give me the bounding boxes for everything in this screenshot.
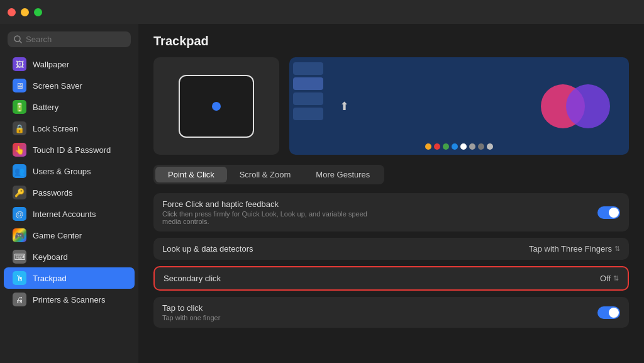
toggle-force-click[interactable] (597, 206, 620, 219)
sidebar-label-users-groups: Users & Groups (33, 167, 91, 176)
color-dot-2[interactable] (443, 143, 449, 150)
row-control-secondary-click[interactable]: Off ⇅ (600, 274, 619, 283)
dropdown-lookup[interactable]: Tap with Three Fingers ⇅ (529, 244, 620, 254)
settings-row-tap-to-click: Tap to clickTap with one finger (153, 297, 629, 328)
sidebar-items-container: 🖼 Wallpaper 🖥 Screen Saver 🔋 Battery 🔒 L… (0, 53, 138, 310)
tab-point-click[interactable]: Point & Click (155, 167, 227, 182)
sidebar-icon-screen-saver: 🖥 (13, 79, 26, 92)
sidebar-icon-lock-screen: 🔒 (13, 121, 26, 135)
settings-row-force-click: Force Click and haptic feedbackClick the… (153, 193, 629, 232)
gesture-circles (541, 84, 610, 128)
sidebar: 🖼 Wallpaper 🖥 Screen Saver 🔋 Battery 🔒 L… (0, 24, 138, 363)
sidebar-item-printers-scanners[interactable]: 🖨 Printers & Scanners (4, 289, 135, 310)
color-dot-4[interactable] (460, 143, 467, 150)
close-button[interactable] (8, 8, 16, 16)
dropdown-secondary-click[interactable]: Off ⇅ (600, 274, 619, 283)
svg-line-1 (19, 41, 21, 43)
settings-groups: Force Click and haptic feedbackClick the… (153, 193, 629, 328)
toggle-tap-to-click[interactable] (597, 306, 620, 319)
row-sublabel-tap-to-click: Tap with one finger (162, 314, 220, 321)
sidebar-label-lock-screen: Lock Screen (33, 124, 78, 133)
tab-more-gestures[interactable]: More Gestures (303, 167, 382, 182)
mini-bar-3 (293, 92, 323, 105)
top-visuals: ⬆ (153, 57, 629, 155)
sidebar-label-keyboard: Keyboard (33, 252, 68, 262)
settings-row-lookup: Look up & data detectors Tap with Three … (153, 238, 629, 260)
color-dot-1[interactable] (434, 143, 440, 150)
color-dot-7[interactable] (487, 143, 493, 150)
content-area: Trackpad ⬆ (138, 24, 644, 363)
sidebar-icon-battery: 🔋 (13, 100, 26, 114)
sidebar-item-game-center[interactable]: 🎮 Game Center (4, 225, 135, 246)
color-dot-3[interactable] (452, 143, 458, 150)
chevron-secondary-click: ⇅ (613, 274, 619, 282)
cursor-icon: ⬆ (340, 99, 349, 113)
sidebar-icon-users-groups: 👥 (13, 164, 26, 178)
sidebar-label-touch-id: Touch ID & Password (33, 145, 111, 155)
sidebar-item-screen-saver[interactable]: 🖥 Screen Saver (4, 75, 135, 96)
color-dots-row (425, 143, 493, 150)
sidebar-icon-internet-accounts: @ (13, 207, 26, 221)
row-label-lookup: Look up & data detectors (162, 244, 253, 254)
sidebar-icon-wallpaper: 🖼 (13, 57, 26, 71)
sidebar-item-touch-id[interactable]: 👆 Touch ID & Password (4, 139, 135, 160)
sidebar-label-screen-saver: Screen Saver (33, 81, 82, 91)
sidebar-label-printers-scanners: Printers & Scanners (33, 295, 106, 304)
settings-group-tap-to-click-group: Tap to clickTap with one finger (153, 297, 629, 328)
maximize-button[interactable] (34, 8, 42, 16)
mini-bar-2 (293, 77, 323, 90)
minimize-button[interactable] (21, 8, 29, 16)
color-dot-0[interactable] (425, 143, 431, 150)
color-dot-6[interactable] (478, 143, 484, 150)
mini-bar-4 (293, 108, 323, 120)
tabs-row: Point & ClickScroll & ZoomMore Gestures (153, 165, 384, 184)
row-control-lookup[interactable]: Tap with Three Fingers ⇅ (529, 244, 620, 254)
sidebar-item-keyboard[interactable]: ⌨ Keyboard (4, 246, 135, 267)
sidebar-label-internet-accounts: Internet Accounts (33, 209, 96, 219)
sidebar-label-wallpaper: Wallpaper (33, 60, 69, 69)
sidebar-item-users-groups[interactable]: 👥 Users & Groups (4, 160, 135, 182)
settings-group-lookup-group: Look up & data detectors Tap with Three … (153, 238, 629, 260)
sidebar-label-trackpad: Trackpad (33, 274, 67, 283)
search-icon (14, 35, 22, 43)
trackpad-preview (153, 57, 279, 155)
sidebar-item-wallpaper[interactable]: 🖼 Wallpaper (4, 53, 135, 75)
chevron-lookup: ⇅ (614, 245, 620, 253)
row-control-force-click[interactable] (597, 206, 620, 219)
sidebar-item-lock-screen[interactable]: 🔒 Lock Screen (4, 118, 135, 139)
sidebar-icon-touch-id: 👆 (13, 143, 26, 157)
sidebar-label-passwords: Passwords (33, 188, 73, 198)
sidebar-item-internet-accounts[interactable]: @ Internet Accounts (4, 203, 135, 225)
color-dot-5[interactable] (469, 143, 475, 150)
settings-group-secondary-click-group: Secondary click Off ⇅ (153, 266, 629, 291)
sidebar-icon-trackpad: 🖱 (13, 271, 26, 285)
search-input[interactable] (26, 35, 125, 44)
trackpad-dot (212, 102, 221, 111)
gesture-sidebar-mini (289, 57, 327, 155)
gesture-preview: ⬆ (289, 57, 629, 155)
sidebar-item-trackpad[interactable]: 🖱 Trackpad (4, 267, 135, 289)
settings-group-force-click-group: Force Click and haptic feedbackClick the… (153, 193, 629, 232)
sidebar-item-battery[interactable]: 🔋 Battery (4, 96, 135, 118)
trackpad-inner (179, 75, 254, 138)
circle-purple (566, 84, 610, 128)
row-label-secondary-click: Secondary click (164, 274, 221, 283)
tab-scroll-zoom[interactable]: Scroll & Zoom (227, 167, 304, 182)
sidebar-label-game-center: Game Center (33, 231, 82, 240)
sidebar-icon-keyboard: ⌨ (13, 250, 26, 264)
search-box[interactable] (8, 31, 131, 47)
title-bar (0, 0, 644, 24)
sidebar-label-battery: Battery (33, 103, 58, 112)
page-title: Trackpad (153, 34, 629, 48)
sidebar-icon-passwords: 🔑 (13, 186, 26, 199)
settings-row-secondary-click: Secondary click Off ⇅ (155, 267, 628, 289)
mini-bar-1 (293, 62, 323, 75)
row-sublabel-force-click: Click then press firmly for Quick Look, … (162, 210, 367, 225)
row-label-force-click: Force Click and haptic feedbackClick the… (162, 199, 367, 225)
sidebar-icon-printers-scanners: 🖨 (13, 293, 26, 306)
row-label-tap-to-click: Tap to clickTap with one finger (162, 303, 220, 321)
row-control-tap-to-click[interactable] (597, 306, 620, 319)
gesture-preview-inner: ⬆ (289, 57, 629, 155)
main-layout: 🖼 Wallpaper 🖥 Screen Saver 🔋 Battery 🔒 L… (0, 24, 644, 363)
sidebar-item-passwords[interactable]: 🔑 Passwords (4, 182, 135, 203)
